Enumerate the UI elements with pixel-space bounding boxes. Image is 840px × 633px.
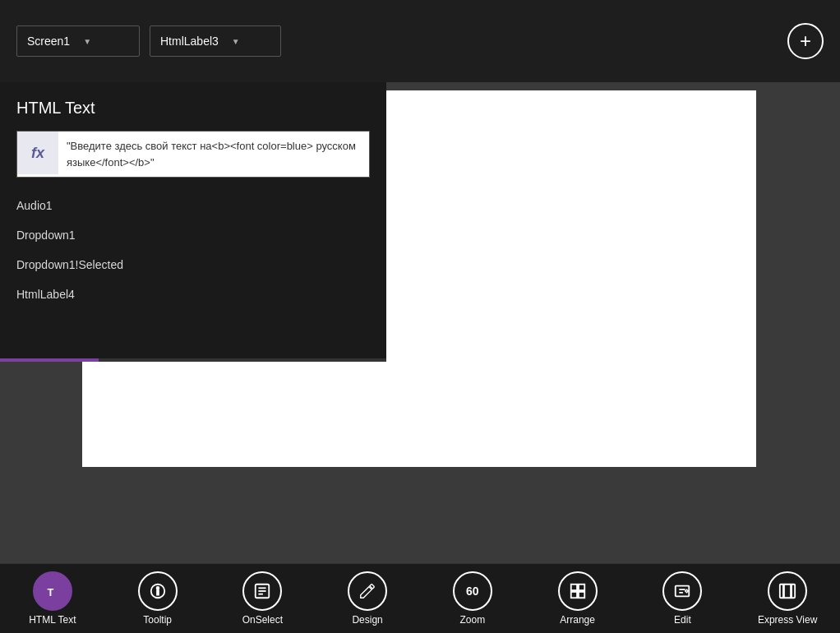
- autocomplete-audio1[interactable]: Audio1: [0, 191, 386, 220]
- svg-rect-11: [579, 592, 584, 598]
- svg-rect-3: [157, 590, 159, 595]
- zoom-label: Zoom: [460, 614, 486, 626]
- toolbar-item-tooltip[interactable]: Tooltip: [125, 571, 191, 626]
- add-icon: +: [800, 30, 811, 53]
- edit-svg: [673, 582, 691, 600]
- screen-dropdown-label: Screen1: [27, 35, 70, 48]
- zoom-value: 60: [466, 584, 479, 598]
- arrange-icon: [558, 571, 598, 611]
- onselect-label: OnSelect: [242, 614, 283, 626]
- panel-scrollbar[interactable]: [0, 358, 386, 362]
- html-text-label: HTML Text: [29, 614, 76, 626]
- edit-icon: [662, 571, 702, 611]
- autocomplete-htmllabel4[interactable]: HtmlLabel4: [0, 280, 386, 309]
- screen-dropdown[interactable]: Screen1 ▼: [16, 25, 140, 57]
- add-button[interactable]: +: [787, 23, 824, 59]
- panel-scrollbar-thumb: [0, 358, 99, 362]
- express-view-svg: [778, 582, 796, 600]
- fx-icon: fx: [31, 145, 44, 162]
- edit-label: Edit: [674, 614, 691, 626]
- arrange-svg: [569, 582, 587, 600]
- top-bar: Screen1 ▼ HtmlLabel3 ▼ +: [0, 0, 840, 82]
- tooltip-svg: [149, 582, 167, 600]
- toolbar-item-zoom[interactable]: 60 Zoom: [440, 571, 505, 626]
- toolbar-item-edit[interactable]: Edit: [649, 571, 715, 626]
- svg-rect-14: [783, 584, 785, 598]
- autocomplete-dropdown1-selected[interactable]: Dropdown1!Selected: [0, 250, 386, 280]
- screen-chevron-icon: ▼: [83, 37, 91, 46]
- svg-rect-9: [579, 584, 584, 590]
- toolbar-item-design[interactable]: Design: [335, 571, 400, 626]
- html-text-icon: T: [33, 571, 72, 611]
- express-view-icon: [768, 571, 807, 611]
- svg-rect-12: [676, 586, 690, 597]
- design-label: Design: [352, 614, 382, 626]
- toolbar-item-onselect[interactable]: OnSelect: [229, 571, 295, 626]
- zoom-icon: 60: [453, 571, 492, 611]
- svg-rect-13: [780, 584, 795, 598]
- toolbar-item-html-text[interactable]: T HTML Text: [20, 571, 85, 626]
- onselect-icon: [242, 571, 282, 611]
- component-dropdown-label: HtmlLabel3: [160, 35, 219, 48]
- html-text-svg: T: [44, 582, 62, 600]
- design-icon: [348, 571, 387, 611]
- autocomplete-list: Audio1 Dropdown1 Dropdown1!Selected Html…: [0, 191, 386, 309]
- express-view-label: Express View: [758, 614, 817, 626]
- formula-bar: fx "Введите здесь свой текст на<b><font …: [16, 131, 370, 178]
- tooltip-icon: [138, 571, 178, 611]
- svg-text:T: T: [47, 586, 53, 598]
- arrange-label: Arrange: [560, 614, 595, 626]
- svg-rect-10: [570, 592, 576, 598]
- bottom-toolbar: T HTML Text Tooltip OnSelect: [0, 563, 840, 633]
- formula-icon: fx: [17, 132, 58, 174]
- toolbar-item-express-view[interactable]: Express View: [755, 571, 820, 626]
- panel-title: HTML Text: [0, 82, 386, 131]
- formula-input[interactable]: "Введите здесь свой текст на<b><font col…: [58, 132, 369, 177]
- html-text-panel: HTML Text fx "Введите здесь свой текст н…: [0, 82, 386, 362]
- component-chevron-icon: ▼: [232, 37, 240, 46]
- svg-rect-15: [791, 584, 792, 598]
- design-svg: [358, 582, 376, 600]
- component-dropdown[interactable]: HtmlLabel3 ▼: [150, 25, 281, 57]
- onselect-svg: [253, 582, 271, 600]
- toolbar-item-arrange[interactable]: Arrange: [545, 571, 611, 626]
- autocomplete-dropdown1[interactable]: Dropdown1: [0, 220, 386, 250]
- svg-point-2: [156, 587, 159, 589]
- tooltip-label: Tooltip: [143, 614, 172, 626]
- svg-rect-8: [570, 584, 576, 590]
